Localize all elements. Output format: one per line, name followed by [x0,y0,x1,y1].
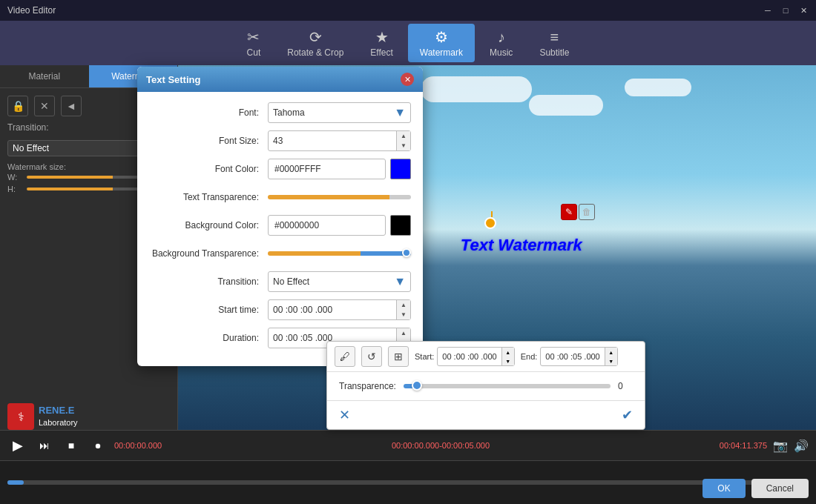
font-color-value[interactable]: #0000FFFF [268,159,386,179]
duration-spinner[interactable]: 00 :00 :05 .000 ▲ ▼ [268,328,411,348]
rotate-label: Rotate & Crop [287,47,343,58]
font-size-label: Font Size: [149,136,268,146]
font-label: Font: [149,107,268,118]
main-toolbar: ✂ Cut ⟳ Rotate & Crop ★ Effect ⚙ Waterma… [0,21,816,65]
transition-dropdown[interactable]: No Effect [7,140,157,156]
duration-value: 00 :00 :05 .000 [269,333,396,343]
rotate-icon: ⟳ [309,28,322,46]
font-size-up[interactable]: ▲ [397,131,410,141]
font-select[interactable]: Tahoma ▼ [268,102,411,123]
start-time-up[interactable]: ▲ [397,300,410,310]
cut-label: Cut [247,47,261,58]
background-transparence-control [268,251,411,256]
font-size-down[interactable]: ▼ [397,141,410,150]
toolbar-rotate[interactable]: ⟳ Rotate & Crop [275,24,355,62]
start-time-label: Start time: [149,305,268,315]
background-transparence-row: Background Transparence: [149,243,411,264]
music-icon: ♪ [498,29,505,46]
music-label: Music [490,47,513,58]
background-color-control: #00000000 [268,215,411,236]
font-row: Font: Tahoma ▼ [149,102,411,123]
toolbar-effect[interactable]: ★ Effect [358,24,404,62]
background-color-row-inner: #00000000 [268,215,411,236]
watermark-edit-button[interactable]: ✎ [561,204,577,220]
track-line[interactable] [7,480,809,485]
handle-stem [491,211,493,217]
app-title: Video Editor [7,5,56,16]
font-color-swatch[interactable] [390,159,411,179]
duration-up[interactable]: ▲ [397,328,410,338]
minimize-button[interactable]: ─ [761,4,774,17]
start-time-down[interactable]: ▼ [397,310,410,319]
current-time-display: 00:00:00.000 [114,441,162,450]
transition-dropdown-arrow: ▼ [394,275,406,288]
font-control: Tahoma ▼ [268,102,411,123]
duration-control: 00 :00 :05 .000 ▲ ▼ [268,328,411,348]
font-size-control: 43 ▲ ▼ [268,130,411,151]
duration-label: Duration: [149,333,268,343]
modal-body: Font: Tahoma ▼ Font Size: 43 ▲ ▼ [137,92,423,366]
font-color-label: Font Color: [149,164,268,174]
watermark-label: Watermark [420,47,463,58]
duration-row: Duration: 00 :00 :05 .000 ▲ ▼ [149,328,411,348]
modal-close-button[interactable]: ✕ [401,73,414,86]
font-dropdown-arrow: ▼ [394,106,406,119]
transition-modal-select[interactable]: No Effect ▼ [268,271,411,292]
background-color-value[interactable]: #00000000 [268,215,386,236]
background-color-label: Background Color: [149,220,268,231]
transition-modal-row: Transition: No Effect ▼ [149,271,411,292]
record-button[interactable]: ⏺ [88,435,108,456]
watermark-delete-icon-button[interactable]: 🗑 [579,204,595,220]
w-label: W: [7,173,22,182]
background-transparence-label: Background Transparence: [149,248,268,259]
watermark-icon: ⚙ [435,28,448,46]
subtitle-label: Subtitle [539,47,569,58]
start-time-spinner[interactable]: 00 :00 :00 .000 ▲ ▼ [268,299,411,320]
volume-button[interactable]: 🔊 [794,439,809,453]
logo-area: ⚕ RENE.E Laboratory [7,403,78,430]
text-transparence-slider[interactable] [268,195,411,199]
start-time-value: 00 :00 :00 .000 [269,305,396,315]
background-transparence-slider[interactable] [268,251,411,256]
text-setting-modal: Text Setting ✕ Font: Tahoma ▼ Font Size: [137,67,423,366]
camera-button[interactable]: 📷 [773,439,788,453]
watermark-edit-icons: ✎ 🗑 [561,204,595,220]
font-size-row: Font Size: 43 ▲ ▼ [149,130,411,151]
track-progress [7,480,24,485]
time-range-display: 00:00:00.000-00:00:05.000 [168,441,714,450]
tab-material[interactable]: Material [0,65,89,87]
font-color-row-inner: #0000FFFF [268,159,411,179]
watermark-display-text: Text Watermark [461,236,582,255]
watermark-drag-handle[interactable] [484,211,499,229]
stop-button[interactable]: ■ [61,435,82,456]
toolbar-watermark[interactable]: ⚙ Watermark [408,24,475,62]
logo-text: RENE.E Laboratory [39,405,78,428]
font-size-spinner[interactable]: 43 ▲ ▼ [268,130,411,151]
toolbar-cut[interactable]: ✂ Cut [235,24,273,62]
duration-down[interactable]: ▼ [397,338,410,348]
timeline-track[interactable] [0,461,816,504]
arrow-button[interactable]: ◄ [61,96,82,116]
logo-sub: Laboratory [39,417,78,428]
text-transparence-control [268,195,411,199]
background-color-swatch[interactable] [390,215,411,236]
step-forward-button[interactable]: ⏭ [34,435,55,456]
font-size-value: 43 [269,136,396,146]
timeline-area: ▶ ⏭ ■ ⏺ 00:00:00.000 00:00:00.000-00:00:… [0,430,816,504]
text-transparence-label: Text Transparence: [149,192,268,202]
effect-label: Effect [370,47,392,58]
background-transparence-thumb [402,248,411,257]
toolbar-music[interactable]: ♪ Music [478,24,524,62]
delete-button[interactable]: ✕ [34,96,55,116]
close-button[interactable]: ✕ [797,4,810,17]
play-button[interactable]: ▶ [7,435,28,456]
font-color-control: #0000FFFF [268,159,411,179]
modal-title: Text Setting [146,74,200,85]
duration-spinner-buttons: ▲ ▼ [396,328,410,348]
maximize-button[interactable]: □ [779,4,792,17]
modal-header: Text Setting ✕ [137,67,423,92]
toolbar-subtitle[interactable]: ≡ Subtitle [527,24,581,62]
font-size-spinner-buttons: ▲ ▼ [396,131,410,150]
title-controls: ─ □ ✕ [761,4,810,17]
lock-button[interactable]: 🔒 [7,96,28,116]
